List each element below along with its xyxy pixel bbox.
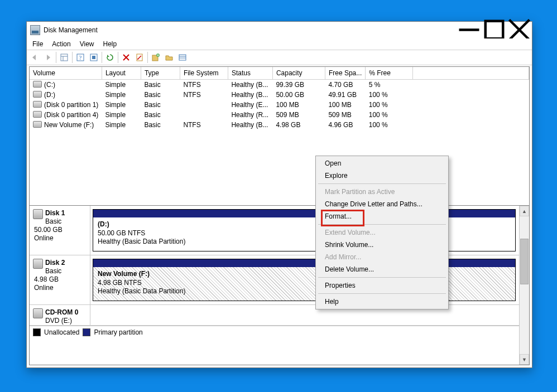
col-capacity[interactable]: Capacity	[272, 67, 325, 80]
minimize-button[interactable]	[457, 22, 482, 38]
disk-name: Disk 1	[45, 209, 65, 217]
window-controls	[457, 22, 532, 38]
cell-volume: (Disk 0 partition 1)	[44, 101, 98, 109]
col-free-space[interactable]: Free Spa...	[325, 67, 365, 80]
context-menu-item: Extend Volume...	[317, 226, 447, 239]
cell-status: Healthy (B...	[228, 80, 272, 90]
context-menu-separator	[318, 277, 446, 278]
disk-icon	[33, 209, 43, 219]
context-menu-item[interactable]: Help	[317, 296, 447, 308]
cell-capacity: 509 MB	[272, 110, 325, 120]
context-menu-item[interactable]: Format...	[317, 210, 447, 222]
cell-fs	[180, 100, 228, 110]
disk-label[interactable]: CD-ROM 0DVD (E:)	[30, 305, 90, 325]
close-button[interactable]	[507, 22, 532, 38]
toolbar-separator	[102, 52, 102, 63]
legend-unallocated: Unallocated	[44, 328, 79, 336]
col-pct-free[interactable]: % Free	[366, 67, 413, 80]
maximize-button[interactable]	[482, 22, 507, 38]
forward-button[interactable]	[42, 51, 54, 64]
volume-icon	[33, 81, 42, 88]
cell-layout: Simple	[102, 110, 141, 120]
cell-fs: NTFS	[180, 90, 228, 100]
legend-swatch-unallocated	[33, 328, 41, 336]
scroll-down-button[interactable]: ▼	[520, 354, 529, 365]
disk-type: Basic	[45, 217, 61, 225]
menu-help[interactable]: Help	[99, 39, 122, 49]
help-button[interactable]: ?	[74, 51, 87, 64]
table-row[interactable]: (Disk 0 partition 1)SimpleBasicHealthy (…	[30, 100, 529, 110]
partition-status: Healthy (Basic Data Partition)	[98, 287, 185, 295]
cell-volume: New Volume (F:)	[44, 121, 94, 129]
cell-status: Healthy (B...	[228, 120, 272, 130]
show-hide-tree-button[interactable]	[58, 51, 70, 64]
partition[interactable]: (D:)50.00 GB NTFSHealthy (Basic Data Par…	[93, 209, 516, 251]
menu-action[interactable]: Action	[47, 39, 75, 49]
table-row[interactable]: (C:)SimpleBasicNTFSHealthy (B...99.39 GB…	[30, 80, 529, 90]
cell-fs: NTFS	[180, 120, 228, 130]
list-view-button[interactable]	[176, 51, 189, 64]
context-menu-item[interactable]: Change Drive Letter and Paths...	[317, 198, 447, 210]
vertical-scrollbar[interactable]: ▲ ▼	[519, 206, 529, 365]
disk-body: (D:)50.00 GB NTFSHealthy (Basic Data Par…	[90, 206, 519, 255]
context-menu-separator	[318, 183, 446, 184]
context-menu-item[interactable]: Explore	[317, 170, 447, 182]
partition[interactable]: New Volume (F:)4.98 GB NTFSHealthy (Basi…	[93, 259, 516, 301]
properties-button[interactable]	[133, 51, 146, 64]
disk-label[interactable]: Disk 2Basic4.98 GBOnline	[30, 255, 90, 304]
back-button[interactable]	[28, 51, 41, 64]
scroll-up-button[interactable]: ▲	[520, 206, 529, 216]
cell-capacity: 4.98 GB	[272, 120, 325, 130]
col-type[interactable]: Type	[141, 67, 180, 80]
open-folder-button[interactable]	[163, 51, 175, 64]
disk-icon	[33, 259, 43, 269]
cell-pct: 100 %	[366, 110, 413, 120]
volume-list[interactable]: Volume Layout Type File System Status Ca…	[29, 66, 530, 206]
toolbar-separator	[56, 52, 56, 63]
refresh-button[interactable]	[104, 51, 116, 64]
col-status[interactable]: Status	[228, 67, 272, 80]
cell-layout: Simple	[102, 120, 141, 130]
col-file-system[interactable]: File System	[180, 67, 228, 80]
scroll-thumb[interactable]	[520, 239, 529, 284]
volume-icon	[33, 121, 42, 128]
partition-header	[93, 259, 515, 267]
cell-volume: (Disk 0 partition 4)	[44, 111, 98, 119]
partition-header	[93, 210, 515, 217]
cell-layout: Simple	[102, 90, 141, 100]
context-menu[interactable]: OpenExploreMark Partition as ActiveChang…	[315, 156, 449, 309]
cell-free: 4.70 GB	[325, 80, 365, 90]
context-menu-item[interactable]: Delete Volume...	[317, 263, 447, 275]
toolbar-separator	[118, 52, 118, 63]
partition-text: New Volume (F:)4.98 GB NTFSHealthy (Basi…	[93, 267, 515, 299]
table-row[interactable]: (D:)SimpleBasicNTFSHealthy (B...50.00 GB…	[30, 90, 529, 100]
table-row[interactable]: (Disk 0 partition 4)SimpleBasicHealthy (…	[30, 110, 529, 120]
legend-swatch-primary	[83, 328, 90, 336]
context-menu-item[interactable]: Shrink Volume...	[317, 239, 447, 251]
partition-size: 4.98 GB NTFS	[98, 279, 142, 287]
scroll-track[interactable]	[520, 216, 529, 354]
cell-status: Healthy (E...	[228, 100, 272, 110]
settings-button[interactable]	[88, 51, 100, 64]
disk-body: New Volume (F:)4.98 GB NTFSHealthy (Basi…	[90, 255, 519, 304]
disk-name: CD-ROM 0	[45, 308, 78, 317]
table-row[interactable]: New Volume (F:)SimpleBasicNTFSHealthy (B…	[30, 120, 529, 130]
cell-type: Basic	[141, 90, 180, 100]
cell-volume: (C:)	[44, 81, 55, 89]
context-menu-item[interactable]: Properties	[317, 279, 447, 292]
context-menu-item[interactable]: Open	[317, 157, 447, 170]
new-volume-button[interactable]	[150, 51, 162, 64]
disk-status: Online	[34, 234, 54, 242]
toolbar-separator	[72, 52, 73, 63]
cell-type: Basic	[141, 80, 180, 90]
context-menu-item: Mark Partition as Active	[317, 186, 447, 198]
col-layout[interactable]: Layout	[102, 67, 141, 80]
disk-label[interactable]: Disk 1Basic50.00 GBOnline	[30, 206, 90, 255]
menu-view[interactable]: View	[75, 39, 99, 49]
cell-capacity: 100 MB	[272, 100, 325, 110]
menu-file[interactable]: File	[28, 39, 47, 49]
disk-status: Online	[34, 284, 54, 292]
partition-size: 50.00 GB NTFS	[98, 229, 145, 237]
delete-button[interactable]	[120, 51, 132, 64]
col-volume[interactable]: Volume	[30, 67, 102, 80]
